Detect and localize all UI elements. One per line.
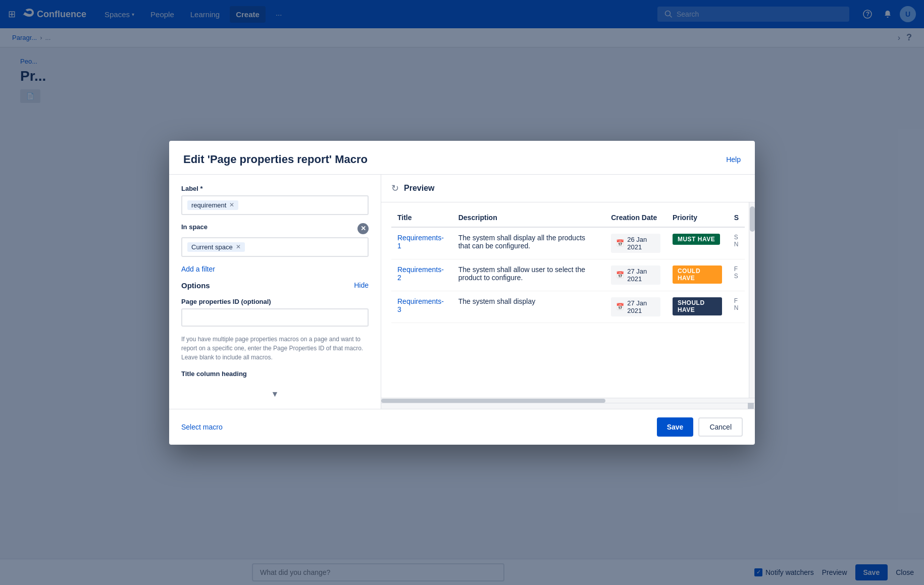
priority-badge-1: MUST HAVE [673, 234, 720, 245]
page-id-label: Page properties ID (optional) [181, 298, 369, 305]
table-row: Requirements-2 The system shall allow us… [391, 259, 745, 291]
scroll-corner [381, 403, 755, 409]
label-field-group: Label * requirement ✕ [181, 185, 369, 215]
preview-table: Title Description Creation Date Priority… [391, 208, 745, 323]
row2-title: Requirements-2 [391, 259, 452, 291]
options-label: Options [181, 281, 210, 290]
preview-h-scroll-thumb [381, 399, 605, 403]
in-space-row: In space ✕ [181, 223, 369, 234]
calendar-icon-3: 📅 [616, 303, 624, 310]
add-filter-link[interactable]: Add a filter [181, 265, 369, 273]
row3-desc: The system shall display [452, 291, 605, 323]
col-priority: Priority [666, 208, 728, 227]
row1-priority: MUST HAVE [666, 227, 728, 259]
modal-header: Edit 'Page properties report' Macro Help [169, 141, 755, 175]
req-link-1[interactable]: Requirements-1 [397, 234, 444, 250]
footer-buttons: Save Cancel [657, 417, 743, 437]
label-tag: requirement ✕ [187, 200, 238, 210]
date-badge-1: 📅 26 Jan 2021 [611, 234, 660, 253]
right-panel: ↻ Preview Title Description Creation Dat… [381, 175, 755, 409]
modal-overlay: Edit 'Page properties report' Macro Help… [0, 0, 924, 585]
in-space-clear-btn[interactable]: ✕ [357, 223, 369, 234]
page-id-help-text: If you have multiple page properties mac… [181, 335, 369, 362]
row2-s: FS [728, 259, 745, 291]
row3-title: Requirements-3 [391, 291, 452, 323]
row2-priority: COULD HAVE [666, 259, 728, 291]
in-space-label: In space [181, 223, 208, 231]
preview-horizontal-scroll[interactable] [381, 398, 755, 403]
select-macro-link[interactable]: Select macro [181, 423, 223, 431]
title-col-heading-label: Title column heading [181, 370, 369, 378]
priority-badge-3: SHOULD HAVE [673, 297, 722, 315]
right-scrollbar[interactable] [749, 202, 755, 398]
col-creation-date: Creation Date [605, 208, 666, 227]
row3-date: 📅 27 Jan 2021 [605, 291, 666, 323]
row1-s: SN [728, 227, 745, 259]
calendar-icon-1: 📅 [616, 239, 624, 247]
macro-edit-modal: Edit 'Page properties report' Macro Help… [169, 141, 755, 445]
table-row: Requirements-3 The system shall display … [391, 291, 745, 323]
in-space-input[interactable]: Current space ✕ [181, 237, 369, 257]
col-s: S [728, 208, 745, 227]
right-scrollbar-thumb [750, 206, 755, 232]
in-space-tag-remove[interactable]: ✕ [236, 243, 241, 250]
scroll-down-indicator: ▼ [181, 386, 369, 399]
row1-title: Requirements-1 [391, 227, 452, 259]
left-panel: Label * requirement ✕ In space ✕ [169, 175, 381, 409]
modal-help-link[interactable]: Help [726, 155, 741, 164]
row3-priority: SHOULD HAVE [666, 291, 728, 323]
req-link-3[interactable]: Requirements-3 [397, 297, 444, 313]
req-link-2[interactable]: Requirements-2 [397, 265, 444, 282]
modal-title: Edit 'Page properties report' Macro [183, 153, 368, 166]
label-tag-remove[interactable]: ✕ [229, 201, 234, 208]
page-id-input[interactable] [181, 308, 369, 327]
row2-desc: The system shall allow user to select th… [452, 259, 605, 291]
modal-footer: Select macro Save Cancel [169, 409, 755, 445]
label-field-label: Label * [181, 185, 369, 192]
priority-badge-2: COULD HAVE [673, 265, 722, 284]
in-space-field-group: In space ✕ Current space ✕ [181, 223, 369, 257]
table-row: Requirements-1 The system shall display … [391, 227, 745, 259]
date-badge-2: 📅 27 Jan 2021 [611, 265, 660, 285]
modal-body: Label * requirement ✕ In space ✕ [169, 175, 755, 409]
date-badge-3: 📅 27 Jan 2021 [611, 297, 660, 316]
col-title: Title [391, 208, 452, 227]
hide-link[interactable]: Hide [354, 281, 369, 289]
row1-date: 📅 26 Jan 2021 [605, 227, 666, 259]
preview-content: Title Description Creation Date Priority… [381, 202, 755, 398]
row1-desc: The system shall display all the product… [452, 227, 605, 259]
label-input[interactable]: requirement ✕ [181, 195, 369, 215]
page-id-group: Page properties ID (optional) [181, 298, 369, 327]
table-header-row: Title Description Creation Date Priority… [391, 208, 745, 227]
calendar-icon-2: 📅 [616, 271, 624, 279]
preview-title: Preview [404, 184, 434, 193]
refresh-icon[interactable]: ↻ [391, 183, 399, 194]
cancel-button[interactable]: Cancel [698, 417, 743, 437]
row3-s: FN [728, 291, 745, 323]
preview-header: ↻ Preview [381, 175, 755, 202]
in-space-tag: Current space ✕ [187, 242, 245, 252]
row2-date: 📅 27 Jan 2021 [605, 259, 666, 291]
col-description: Description [452, 208, 605, 227]
scroll-corner-box [748, 403, 754, 409]
options-row: Options Hide [181, 281, 369, 290]
save-button[interactable]: Save [657, 417, 694, 437]
